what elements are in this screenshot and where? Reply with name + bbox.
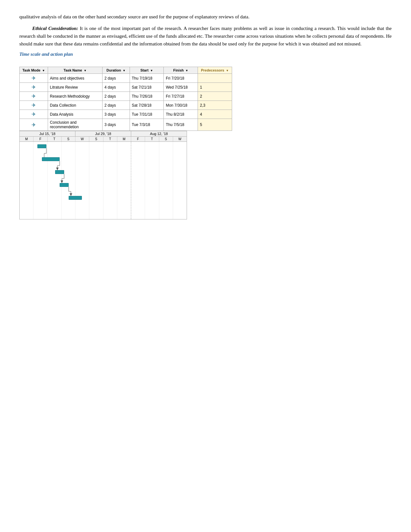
name-dropdown-arrow[interactable]: ▼ [84,69,87,72]
col-header-mode[interactable]: Task Mode ▼ [20,67,48,74]
gantt-wrapper: Task Mode ▼ Task Name ▼ Duration ▼ Start… [19,67,392,219]
task-pred-cell: 5 [198,119,232,131]
svg-marker-0 [56,168,59,170]
task-mode-icon: ✈ [32,75,36,81]
table-header-row: Task Mode ▼ Task Name ▼ Duration ▼ Start… [20,67,232,74]
task-mode-cell: ✈ [20,74,48,83]
gantt-day-label: W [75,137,89,141]
col-header-name[interactable]: Task Name ▼ [48,67,102,74]
task-table: Task Mode ▼ Task Name ▼ Duration ▼ Start… [19,67,232,131]
task-duration-cell: 3 days [103,119,130,131]
task-mode-icon: ✈ [32,93,36,99]
task-start-cell: Tue 7/3/18 [130,119,164,131]
gantt-day-label: T [145,137,159,141]
task-mode-cell: ✈ [20,110,48,119]
gantt-week-2: Jul 29, '18 [75,131,131,136]
task-duration-cell: 2 days [103,101,130,110]
task-mode-cell: ✈ [20,119,48,131]
col-header-finish[interactable]: Finish ▼ [164,67,198,74]
task-pred-cell: 2,3 [198,101,232,110]
task-mode-cell: ✈ [20,83,48,92]
svg-marker-2 [70,193,72,196]
task-duration-cell: 2 days [103,74,130,83]
gantt-day-label: W [173,137,187,141]
gantt-day-label: S [159,137,173,141]
col-header-start[interactable]: Start ▼ [130,67,164,74]
col-header-duration[interactable]: Duration ▼ [103,67,130,74]
gantt-day-label: M [117,137,131,141]
task-mode-cell: ✈ [20,101,48,110]
task-mode-cell: ✈ [20,92,48,101]
ethical-consideration-label: Ethical Consideration: [32,26,78,31]
gantt-bars [20,142,187,219]
gantt-day-label: S [62,137,75,141]
task-name-cell: Aims and objectives [48,74,102,83]
table-row: ✈ Aims and objectives 2 days Thu 7/19/18… [20,74,232,83]
gantt-day-header: MFTSWSTMFTSW [20,137,187,142]
pred-dropdown-arrow[interactable]: ▼ [226,69,229,72]
gantt-day-label: M [20,137,34,141]
task-pred-cell: 4 [198,110,232,119]
svg-marker-1 [61,180,63,183]
task-finish-cell: Wed 7/25/18 [164,83,198,92]
task-start-cell: Thu 7/19/18 [130,74,164,83]
gantt-week-header: Jul 15, '18 Jul 29, '18 Aug 12, '18 [20,131,187,137]
task-pred-cell: 1 [198,83,232,92]
task-table-body: ✈ Aims and objectives 2 days Thu 7/19/18… [20,74,232,131]
section-title: Time scale and action plan [19,52,392,57]
gantt-day-label: T [103,137,117,141]
gantt-day-label: T [48,137,62,141]
task-finish-cell: Mon 7/30/18 [164,101,198,110]
gantt-body [20,142,187,219]
finish-dropdown-arrow[interactable]: ▼ [185,69,188,72]
duration-dropdown-arrow[interactable]: ▼ [123,69,126,72]
task-name-cell: Litrature Review [48,83,102,92]
task-mode-icon: ✈ [32,122,36,128]
task-start-cell: Tue 7/31/18 [130,110,164,119]
task-start-cell: Sat 7/28/18 [130,101,164,110]
gantt-day-label: F [131,137,145,141]
task-mode-icon: ✈ [32,111,36,117]
col-header-predecessors[interactable]: Predecessors ▼ [198,67,232,74]
table-row: ✈ Conclusion and recommendetion 3 days T… [20,119,232,131]
table-row: ✈ Data Analysis 3 days Tue 7/31/18 Thu 8… [20,110,232,119]
paragraph-2: Ethical Consideration: It is one of the … [19,24,392,48]
paragraph-1: qualitative analysis of data on the othe… [19,13,392,21]
task-name-cell: Data Analysis [48,110,102,119]
task-name-cell: Research Methodology [48,92,102,101]
task-finish-cell: Thu 7/5/18 [164,119,198,131]
task-name-cell: Conclusion and recommendetion [48,119,102,131]
gantt-day-label: S [89,137,103,141]
task-start-cell: Thu 7/26/18 [130,92,164,101]
task-duration-cell: 4 days [103,83,130,92]
task-finish-cell: Fri 7/20/18 [164,74,198,83]
table-row: ✈ Data Collection 2 days Sat 7/28/18 Mon… [20,101,232,110]
table-row: ✈ Research Methodology 2 days Thu 7/26/1… [20,92,232,101]
task-pred-cell: 2 [198,92,232,101]
task-name-cell: Data Collection [48,101,102,110]
gantt-connectors [20,142,187,219]
gantt-week-3: Aug 12, '18 [131,131,187,136]
task-finish-cell: Thu 8/2/18 [164,110,198,119]
table-row: ✈ Litrature Review 4 days Sat 7/21/18 We… [20,83,232,92]
task-pred-cell [198,74,232,83]
gantt-day-label: F [34,137,47,141]
gantt-week-1: Jul 15, '18 [20,131,75,136]
task-mode-icon: ✈ [32,102,36,108]
start-dropdown-arrow[interactable]: ▼ [150,69,153,72]
task-duration-cell: 3 days [103,110,130,119]
task-duration-cell: 2 days [103,92,130,101]
task-start-cell: Sat 7/21/18 [130,83,164,92]
gantt-chart: Jul 15, '18 Jul 29, '18 Aug 12, '18 MFTS… [19,131,187,219]
mode-dropdown-arrow[interactable]: ▼ [42,69,45,72]
task-mode-icon: ✈ [32,84,36,90]
task-finish-cell: Fri 7/27/18 [164,92,198,101]
